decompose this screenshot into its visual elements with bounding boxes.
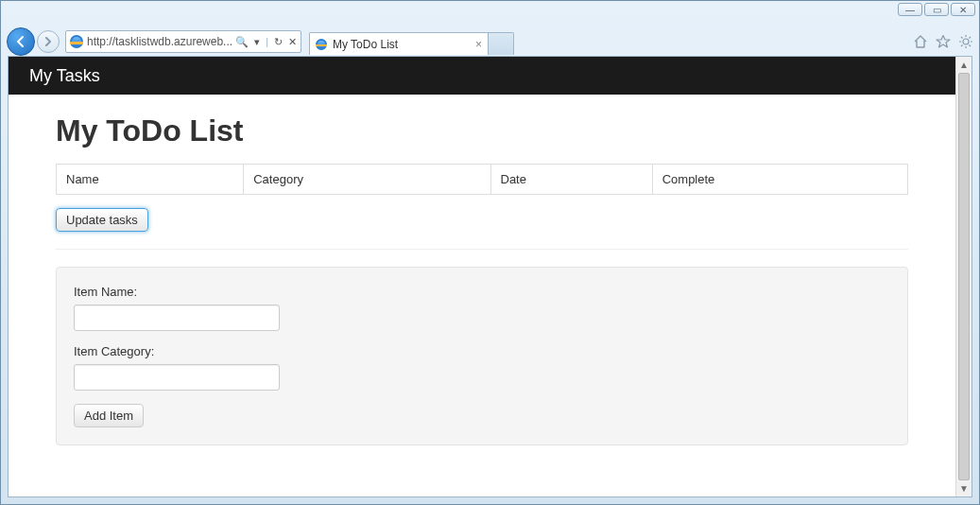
nav-forward-button[interactable] [37, 30, 60, 53]
update-tasks-button[interactable]: Update tasks [56, 208, 148, 232]
ie-logo-icon [70, 35, 83, 48]
favorites-icon[interactable] [936, 34, 951, 49]
col-date: Date [490, 165, 652, 195]
address-controls: 🔍 ▾ | ↻ ✕ [235, 36, 297, 48]
ie-toolbar: http://tasklistwdb.azureweb... 🔍 ▾ | ↻ ✕… [1, 27, 979, 56]
window-minimize-button[interactable]: — [898, 3, 922, 16]
item-category-label: Item Category: [74, 344, 890, 358]
address-separator: | [266, 36, 268, 47]
nav-back-button[interactable] [7, 27, 35, 56]
item-category-input[interactable] [74, 364, 280, 391]
address-bar[interactable]: http://tasklistwdb.azureweb... 🔍 ▾ | ↻ ✕ [65, 30, 301, 53]
window-controls: — ▭ ✕ [898, 3, 975, 16]
tab-title: My ToDo List [333, 38, 398, 51]
add-item-button[interactable]: Add Item [74, 404, 144, 427]
scroll-down-button[interactable]: ▼ [956, 480, 971, 496]
ie-logo-icon [316, 39, 327, 50]
page-title: My ToDo List [56, 113, 908, 148]
arrow-right-icon [43, 37, 53, 46]
home-icon[interactable] [913, 34, 928, 49]
table-header-row: Name Category Date Complete [57, 165, 908, 195]
col-name: Name [57, 165, 244, 195]
tools-icon[interactable] [958, 34, 973, 49]
browser-window: — ▭ ✕ http://tasklistwdb.azureweb... 🔍 ▾… [0, 0, 980, 505]
search-dropdown-icon[interactable]: ▾ [254, 36, 260, 48]
ie-right-icons [913, 34, 973, 49]
stop-icon[interactable]: ✕ [288, 36, 297, 48]
scroll-thumb[interactable] [958, 73, 970, 480]
page-viewport: My Tasks My ToDo List Name Category Date… [8, 56, 972, 497]
navbar-brand[interactable]: My Tasks [29, 66, 100, 86]
col-complete: Complete [652, 165, 907, 195]
item-name-input[interactable] [74, 305, 280, 331]
item-name-label: Item Name: [74, 285, 890, 299]
window-close-button[interactable]: ✕ [951, 3, 975, 16]
tab-close-button[interactable]: × [475, 38, 482, 51]
refresh-icon[interactable]: ↻ [274, 36, 283, 48]
main-container: My ToDo List Name Category Date Complete… [9, 95, 955, 464]
vertical-scrollbar[interactable]: ▲ ▼ [955, 57, 971, 496]
new-tab-button[interactable] [488, 32, 514, 55]
page-content: My Tasks My ToDo List Name Category Date… [9, 57, 955, 496]
scroll-up-button[interactable]: ▲ [956, 57, 971, 73]
window-maximize-button[interactable]: ▭ [924, 3, 949, 16]
svg-point-0 [963, 39, 969, 44]
col-category: Category [244, 165, 490, 195]
section-divider [56, 249, 908, 250]
tab-active[interactable]: My ToDo List × [309, 32, 489, 55]
arrow-left-icon [14, 35, 27, 48]
search-icon[interactable]: 🔍 [235, 36, 249, 48]
navbar: My Tasks [9, 57, 955, 95]
tab-strip: My ToDo List × [309, 28, 514, 55]
address-url: http://tasklistwdb.azureweb... [87, 35, 232, 48]
tasks-table: Name Category Date Complete [56, 164, 908, 195]
add-item-form: Item Name: Item Category: Add Item [56, 267, 908, 445]
